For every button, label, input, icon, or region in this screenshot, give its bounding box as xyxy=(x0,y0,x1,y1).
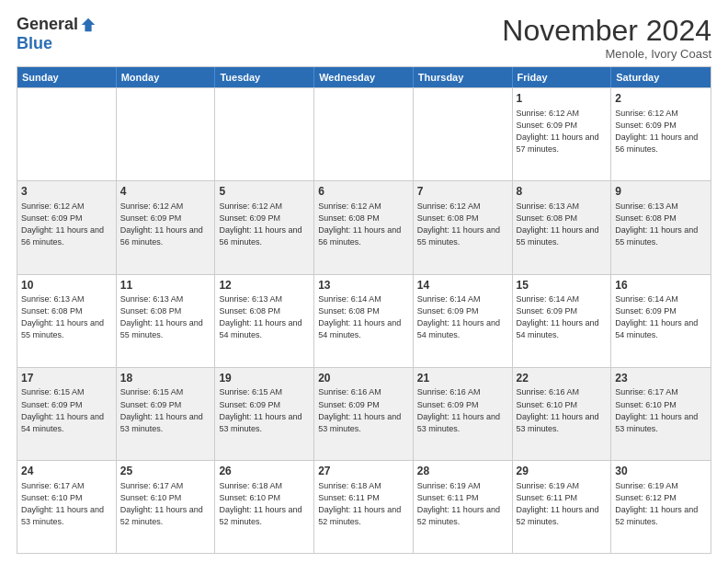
cell-text: Sunset: 6:08 PM xyxy=(417,213,508,224)
cal-header-friday: Friday xyxy=(513,67,612,87)
cell-text: Daylight: 11 hours and 52 minutes. xyxy=(417,504,508,528)
cell-text: Sunrise: 6:12 AM xyxy=(318,201,409,213)
cal-header-sunday: Sunday xyxy=(17,67,117,87)
cell-text: Daylight: 11 hours and 52 minutes. xyxy=(120,504,211,528)
day-number: 19 xyxy=(219,371,310,386)
cal-cell: 16Sunrise: 6:14 AMSunset: 6:09 PMDayligh… xyxy=(611,275,711,367)
cell-text: Sunset: 6:08 PM xyxy=(318,213,409,224)
cell-text: Sunset: 6:09 PM xyxy=(120,213,211,224)
day-number: 18 xyxy=(120,371,211,386)
cell-text: Sunrise: 6:13 AM xyxy=(21,293,112,305)
cell-text: Sunrise: 6:16 AM xyxy=(417,386,508,398)
cell-text: Sunrise: 6:18 AM xyxy=(318,480,409,492)
cal-cell: 10Sunrise: 6:13 AMSunset: 6:08 PMDayligh… xyxy=(17,275,117,367)
cell-text: Sunrise: 6:14 AM xyxy=(318,293,409,305)
day-number: 21 xyxy=(417,371,508,386)
cell-text: Daylight: 11 hours and 53 minutes. xyxy=(21,504,112,528)
cell-text: Daylight: 11 hours and 54 minutes. xyxy=(417,317,508,341)
cell-text: Daylight: 11 hours and 54 minutes. xyxy=(615,317,707,341)
cell-text: Sunset: 6:08 PM xyxy=(517,213,608,224)
cal-cell: 9Sunrise: 6:13 AMSunset: 6:08 PMDaylight… xyxy=(611,181,711,273)
cell-text: Daylight: 11 hours and 55 minutes. xyxy=(517,224,608,248)
cell-text: Sunset: 6:09 PM xyxy=(21,399,112,411)
cal-cell: 5Sunrise: 6:12 AMSunset: 6:09 PMDaylight… xyxy=(215,181,314,273)
cal-cell: 30Sunrise: 6:19 AMSunset: 6:12 PMDayligh… xyxy=(611,461,711,553)
day-number: 2 xyxy=(615,91,707,107)
cell-text: Daylight: 11 hours and 52 minutes. xyxy=(219,504,310,528)
cell-text: Sunset: 6:09 PM xyxy=(517,305,608,317)
cal-cell: 25Sunrise: 6:17 AMSunset: 6:10 PMDayligh… xyxy=(117,461,216,553)
cal-cell xyxy=(314,88,414,180)
cal-cell: 7Sunrise: 6:12 AMSunset: 6:08 PMDaylight… xyxy=(414,181,513,273)
cell-text: Daylight: 11 hours and 56 minutes. xyxy=(120,224,211,248)
cell-text: Daylight: 11 hours and 53 minutes. xyxy=(318,411,409,435)
cell-text: Sunrise: 6:12 AM xyxy=(120,201,211,213)
day-number: 12 xyxy=(219,278,310,293)
day-number: 16 xyxy=(615,278,707,293)
cell-text: Daylight: 11 hours and 54 minutes. xyxy=(318,317,409,341)
cell-text: Sunset: 6:09 PM xyxy=(517,120,608,132)
cal-cell xyxy=(215,88,314,180)
cal-cell xyxy=(17,88,117,180)
cal-cell: 2Sunrise: 6:12 AMSunset: 6:09 PMDaylight… xyxy=(611,88,711,180)
cal-cell: 6Sunrise: 6:12 AMSunset: 6:08 PMDaylight… xyxy=(314,181,414,273)
cal-cell: 19Sunrise: 6:15 AMSunset: 6:09 PMDayligh… xyxy=(215,368,314,460)
cell-text: Sunrise: 6:12 AM xyxy=(615,108,707,120)
cell-text: Sunrise: 6:13 AM xyxy=(615,201,707,213)
cell-text: Sunrise: 6:12 AM xyxy=(219,201,310,213)
cal-week-4: 17Sunrise: 6:15 AMSunset: 6:09 PMDayligh… xyxy=(17,367,711,460)
cal-cell: 12Sunrise: 6:13 AMSunset: 6:08 PMDayligh… xyxy=(215,275,314,367)
day-number: 27 xyxy=(318,464,409,479)
cell-text: Sunrise: 6:16 AM xyxy=(517,386,608,398)
cell-text: Daylight: 11 hours and 56 minutes. xyxy=(21,224,112,248)
cell-text: Daylight: 11 hours and 56 minutes. xyxy=(615,132,707,155)
cell-text: Sunset: 6:11 PM xyxy=(517,492,608,504)
cell-text: Sunrise: 6:13 AM xyxy=(120,293,211,305)
cal-cell: 21Sunrise: 6:16 AMSunset: 6:09 PMDayligh… xyxy=(414,368,513,460)
cell-text: Daylight: 11 hours and 54 minutes. xyxy=(517,317,608,341)
day-number: 23 xyxy=(615,371,707,386)
day-number: 22 xyxy=(517,371,608,386)
cell-text: Sunset: 6:08 PM xyxy=(318,305,409,317)
cal-cell: 14Sunrise: 6:14 AMSunset: 6:09 PMDayligh… xyxy=(414,275,513,367)
cal-cell: 4Sunrise: 6:12 AMSunset: 6:09 PMDaylight… xyxy=(117,181,216,273)
cal-header-thursday: Thursday xyxy=(414,67,513,87)
logo-icon xyxy=(80,17,97,33)
cal-cell: 1Sunrise: 6:12 AMSunset: 6:09 PMDaylight… xyxy=(513,88,612,180)
cal-cell: 8Sunrise: 6:13 AMSunset: 6:08 PMDaylight… xyxy=(513,181,612,273)
day-number: 17 xyxy=(21,371,112,386)
cell-text: Sunrise: 6:16 AM xyxy=(318,386,409,398)
cal-cell xyxy=(117,88,216,180)
cell-text: Sunset: 6:10 PM xyxy=(517,399,608,411)
cal-cell: 22Sunrise: 6:16 AMSunset: 6:10 PMDayligh… xyxy=(513,368,612,460)
cell-text: Sunset: 6:09 PM xyxy=(615,120,707,132)
cell-text: Sunset: 6:09 PM xyxy=(318,399,409,411)
cell-text: Sunrise: 6:17 AM xyxy=(120,480,211,492)
day-number: 7 xyxy=(417,184,508,200)
page: General Blue November 2024 Menole, Ivory… xyxy=(0,0,728,563)
cal-header-monday: Monday xyxy=(117,67,216,87)
cal-week-2: 3Sunrise: 6:12 AMSunset: 6:09 PMDaylight… xyxy=(17,180,711,273)
cell-text: Daylight: 11 hours and 53 minutes. xyxy=(615,411,707,435)
day-number: 26 xyxy=(219,464,310,479)
cell-text: Sunset: 6:08 PM xyxy=(615,213,707,224)
cell-text: Daylight: 11 hours and 54 minutes. xyxy=(21,411,112,435)
cell-text: Sunrise: 6:19 AM xyxy=(517,480,608,492)
cell-text: Sunset: 6:10 PM xyxy=(615,399,707,411)
cell-text: Sunset: 6:09 PM xyxy=(615,305,707,317)
cell-text: Sunrise: 6:15 AM xyxy=(21,386,112,398)
cell-text: Daylight: 11 hours and 53 minutes. xyxy=(219,411,310,435)
cell-text: Sunset: 6:09 PM xyxy=(120,399,211,411)
cell-text: Sunset: 6:10 PM xyxy=(120,492,211,504)
cal-header-tuesday: Tuesday xyxy=(215,67,314,87)
title-block: November 2024 Menole, Ivory Coast xyxy=(502,15,711,61)
cell-text: Sunrise: 6:12 AM xyxy=(21,201,112,213)
day-number: 8 xyxy=(517,184,608,200)
cell-text: Daylight: 11 hours and 53 minutes. xyxy=(120,411,211,435)
cell-text: Sunrise: 6:13 AM xyxy=(517,201,608,213)
cal-cell: 23Sunrise: 6:17 AMSunset: 6:10 PMDayligh… xyxy=(611,368,711,460)
day-number: 3 xyxy=(21,184,112,200)
cell-text: Sunset: 6:09 PM xyxy=(417,305,508,317)
cal-header-saturday: Saturday xyxy=(611,67,711,87)
logo-blue-text: Blue xyxy=(17,34,52,52)
